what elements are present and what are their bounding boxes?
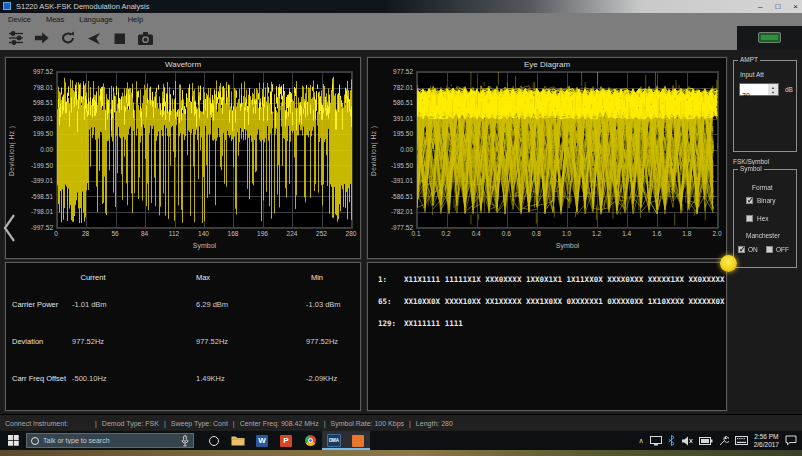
bits-row-data: XX111111 1111	[404, 319, 463, 328]
y-tick-label: -997.52	[31, 224, 53, 231]
waveform-x-axis-label: Symbol	[56, 242, 353, 249]
settings-sliders-button[interactable]	[7, 30, 24, 47]
notification-bubble-glyph	[785, 435, 797, 446]
y-tick-label: -586.51	[391, 192, 413, 199]
x-tick-label: 1.2	[592, 230, 601, 237]
x-tick-label: 28	[82, 230, 89, 237]
microphone-icon[interactable]	[181, 435, 189, 447]
status-separator: |	[164, 420, 166, 427]
binary-checkbox[interactable]	[746, 197, 753, 204]
status-separator: |	[324, 420, 326, 427]
y-tick-label: 391.01	[393, 114, 413, 121]
y-tick-label: 586.51	[393, 99, 413, 106]
window-title: S1220 ASK-FSK Demodulation Analysis	[16, 2, 149, 11]
manchester-off-label[interactable]: OFF	[776, 246, 789, 253]
status-bar: Connect Instrument: | Demod Type: FSK | …	[0, 414, 802, 431]
taskbar-app-file-explorer[interactable]	[226, 431, 250, 450]
deviation-current: 977.52Hz	[72, 337, 104, 346]
manchester-off-checkbox[interactable]	[766, 246, 773, 253]
run-continuous-button[interactable]	[59, 30, 76, 47]
taskbar-apps: W P DMA	[202, 431, 370, 450]
taskbar-app-word[interactable]: W	[250, 431, 274, 450]
row-label-carr-freq-offset: Carr Freq Offset	[12, 374, 66, 383]
menu-meas[interactable]: Meas	[46, 15, 64, 24]
stop-button[interactable]	[111, 30, 128, 47]
circle-app-icon	[209, 436, 219, 446]
start-button[interactable]	[0, 431, 26, 450]
tray-clock[interactable]: 2:56 PM 2/6/2017	[754, 433, 779, 448]
maximize-button[interactable]: □	[775, 0, 780, 13]
search-input[interactable]	[43, 437, 177, 444]
bluetooth-icon[interactable]	[668, 435, 675, 446]
hex-label[interactable]: Hex	[757, 215, 769, 222]
y-tick-label: -798.01	[31, 208, 53, 215]
y-tick-label: 0.00	[400, 146, 413, 153]
x-tick-label: 112	[169, 230, 179, 237]
powerpoint-icon: P	[280, 435, 292, 447]
taskbar-app-chrome[interactable]	[298, 431, 322, 450]
monitor-icon[interactable]	[650, 436, 662, 446]
battery-icon[interactable]	[699, 437, 713, 445]
x-tick-label: 84	[141, 230, 148, 237]
y-tick-label: 997.52	[33, 68, 53, 75]
y-tick-label: -598.51	[31, 192, 53, 199]
notification-center-icon[interactable]	[785, 435, 797, 446]
eye-diagram-panel: Eye Diagram Deviation( Hz ) Symbol 977.5…	[367, 57, 727, 259]
ampt-groupbox: AMPT Input Att ▲▼ dB	[733, 60, 797, 152]
eye-diagram-canvas	[417, 72, 718, 228]
y-tick-label: -399.01	[31, 177, 53, 184]
close-button[interactable]: ×	[793, 0, 798, 13]
cortana-circle-icon	[31, 437, 39, 445]
touch-keyboard-icon[interactable]	[735, 436, 748, 445]
symbol-bits-panel: 1: X11X1111 11111X1X XXX0XXXX 1XX0X1X1 1…	[367, 262, 727, 411]
spinner-down-icon[interactable]: ▼	[771, 90, 775, 95]
binary-label[interactable]: Binary	[757, 197, 775, 204]
minimize-button[interactable]: –	[758, 0, 762, 13]
menu-help[interactable]: Help	[128, 15, 143, 24]
taskbar-app-cortana[interactable]	[202, 431, 226, 450]
menu-device[interactable]: Device	[8, 15, 31, 24]
waveform-canvas	[57, 72, 352, 228]
eye-x-axis-label: Symbol	[416, 242, 719, 249]
run-single-button[interactable]	[33, 30, 50, 47]
y-tick-label: -195.50	[391, 161, 413, 168]
manchester-on-checkbox[interactable]	[738, 246, 745, 253]
x-tick-label: 168	[228, 230, 239, 237]
desktop-wallpaper-strip	[0, 450, 802, 456]
waveform-panel: Waveform Deviation( Hz ) Symbol 997.5279…	[5, 57, 361, 259]
manchester-on-label[interactable]: ON	[748, 246, 758, 253]
battery-glyph	[699, 437, 713, 445]
taskbar-app-demod[interactable]	[346, 431, 370, 450]
symbol-groupbox: Symbol Format Binary Hex Manchester ON O…	[733, 169, 797, 268]
screenshot-button[interactable]	[137, 30, 154, 47]
carrier-power-max: 6.29 dBm	[196, 300, 228, 309]
ampt-group-title: AMPT	[738, 56, 760, 63]
taskbar-app-powerpoint[interactable]: P	[274, 431, 298, 450]
menu-language[interactable]: Language	[79, 15, 112, 24]
keyboard-glyph	[735, 436, 748, 445]
hex-checkbox[interactable]	[746, 215, 753, 222]
marker-button[interactable]	[85, 30, 102, 47]
taskbar-search[interactable]	[26, 433, 194, 448]
tray-date: 2/6/2017	[754, 441, 779, 449]
collapse-panel-chevron[interactable]	[1, 212, 17, 244]
wrench-icon[interactable]	[719, 436, 729, 446]
tray-chevron-up-icon[interactable]: ∧	[639, 437, 644, 445]
y-tick-label: 0.00	[40, 146, 53, 153]
bits-row-data: XX10XX0X XXXX10XX XX1XXXXX XXX1X0XX 0XXX…	[404, 297, 725, 306]
status-separator: |	[233, 420, 235, 427]
deviation-max: 977.52Hz	[196, 337, 228, 346]
col-header-current: Current	[58, 273, 128, 282]
arrow-right-icon	[34, 30, 50, 46]
status-length: Length: 280	[416, 420, 453, 427]
x-tick-label: 1.8	[682, 230, 691, 237]
spinner-arrows[interactable]: ▲▼	[768, 84, 778, 95]
eye-y-axis-label: Deviation( Hz )	[370, 86, 377, 216]
taskbar-app-dma[interactable]: DMA	[322, 431, 346, 450]
input-att-label: Input Att	[740, 71, 764, 78]
speaker-muted-icon[interactable]	[681, 436, 693, 446]
tray-time: 2:56 PM	[754, 433, 779, 441]
carr-freq-offset-current: -500.10Hz	[72, 374, 107, 383]
y-tick-label: -782.01	[391, 208, 413, 215]
input-att-field[interactable]	[740, 90, 768, 101]
